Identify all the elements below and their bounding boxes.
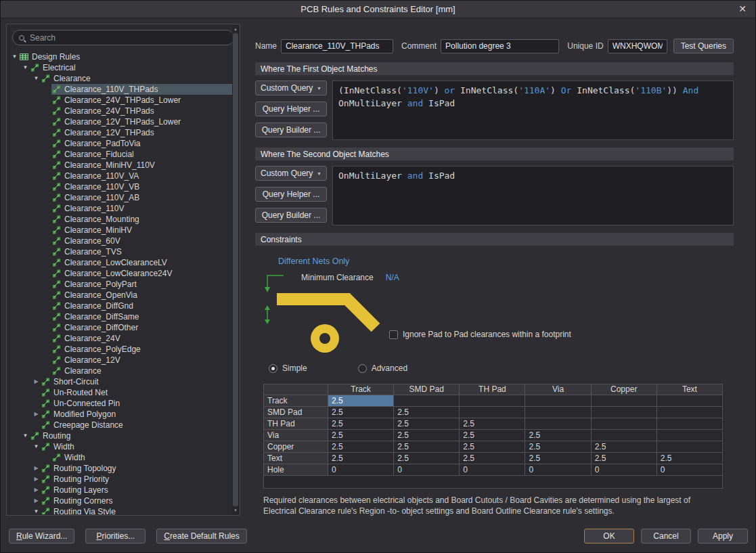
- tree-item-clearance[interactable]: Clearance: [7, 366, 232, 376]
- second-query-builder-button[interactable]: Query Builder ...: [255, 208, 327, 223]
- first-query-helper-button[interactable]: Query Helper ...: [255, 102, 327, 116]
- expand-arrow-icon[interactable]: ▶: [32, 474, 41, 485]
- tree-item-width[interactable]: Width: [7, 452, 232, 463]
- matrix-cell[interactable]: [591, 430, 657, 441]
- tree-item-routing-layers[interactable]: ▶Routing Layers: [7, 485, 232, 495]
- matrix-cell[interactable]: 0: [525, 464, 591, 476]
- tree-item-clearance-diffsame[interactable]: Clearance_DiffSame: [7, 311, 232, 322]
- tree-item-clearance-tvs[interactable]: Clearance_TVS: [7, 246, 232, 257]
- expand-arrow-icon[interactable]: ▶: [32, 376, 41, 387]
- matrix-cell[interactable]: [525, 395, 591, 407]
- tree-item-clearance-110v-thpads[interactable]: Clearance_110V_THPads: [7, 84, 232, 95]
- collapse-arrow-icon[interactable]: ▼: [32, 506, 41, 514]
- tree-item-clearance-openvia[interactable]: Clearance_OpenVia: [7, 290, 232, 301]
- matrix-cell[interactable]: 0: [460, 464, 525, 476]
- search-box[interactable]: [12, 30, 234, 45]
- tree-item-clearance-polypart[interactable]: Clearance_PolyPart: [7, 279, 232, 290]
- matrix-cell[interactable]: 2.5: [657, 453, 722, 464]
- expand-arrow-icon[interactable]: ▶: [32, 463, 41, 474]
- matrix-cell[interactable]: [591, 407, 657, 418]
- matrix-cell[interactable]: 2.5: [394, 407, 460, 418]
- matrix-cell[interactable]: [657, 418, 722, 430]
- tree-item-clearance-110v[interactable]: Clearance_110V: [7, 203, 232, 214]
- tree-item-clearance-lowclearancelv[interactable]: Clearance_LowClearanceLV: [7, 257, 232, 268]
- first-query-text[interactable]: (InNetClass('110V') or InNetClass('110A'…: [332, 81, 734, 140]
- tree-item-clearance-110v-va[interactable]: Clearance_110V_VA: [7, 171, 232, 181]
- matrix-cell[interactable]: [525, 407, 591, 418]
- create-default-rules-button[interactable]: Create Default Rules: [156, 529, 246, 544]
- tree-item-clearance-12v-thpads[interactable]: Clearance_12V_THPads: [7, 127, 232, 138]
- priorities-button[interactable]: Priorities...: [85, 529, 146, 544]
- matrix-cell[interactable]: [394, 395, 460, 407]
- matrix-cell[interactable]: 2.5: [460, 441, 525, 453]
- matrix-cell[interactable]: 2.5: [525, 430, 591, 441]
- ignore-pad-checkbox-row[interactable]: Ignore Pad to Pad clearances within a fo…: [389, 330, 571, 339]
- tree-item-electrical[interactable]: ▼Electrical: [7, 62, 232, 73]
- tree-item-routing-corners[interactable]: ▶Routing Corners: [7, 495, 232, 506]
- matrix-cell[interactable]: 2.5: [525, 441, 591, 453]
- matrix-cell[interactable]: 2.5: [460, 453, 525, 464]
- tree-item-modified-polygon[interactable]: ▶Modified Polygon: [7, 409, 232, 420]
- search-input[interactable]: [30, 33, 227, 43]
- matrix-cell[interactable]: 2.5: [328, 418, 394, 430]
- tree-item-clearance-diffgnd[interactable]: Clearance_DiffGnd: [7, 301, 232, 311]
- collapse-arrow-icon[interactable]: ▼: [32, 73, 41, 84]
- matrix-cell[interactable]: [657, 430, 722, 441]
- tree-item-routing-via-style[interactable]: ▼Routing Via Style: [7, 506, 232, 514]
- tree-item-clearance-mounting[interactable]: Clearance_Mounting: [7, 214, 232, 225]
- tree-item-clearance-padtovia[interactable]: Clearance_PadToVia: [7, 138, 232, 149]
- matrix-cell[interactable]: 2.5: [394, 453, 460, 464]
- first-query-builder-button[interactable]: Query Builder ...: [255, 123, 327, 137]
- comment-input[interactable]: [441, 39, 559, 53]
- tree-item-un-routed-net[interactable]: Un-Routed Net: [7, 387, 232, 398]
- matrix-cell[interactable]: [657, 441, 722, 453]
- different-nets-only-link[interactable]: Different Nets Only: [278, 257, 349, 266]
- matrix-cell[interactable]: 2.5: [328, 395, 394, 407]
- matrix-cell[interactable]: 0: [328, 464, 394, 476]
- test-queries-button[interactable]: Test Queries: [673, 39, 734, 53]
- ok-button[interactable]: OK: [584, 529, 634, 544]
- tree-item-un-connected-pin[interactable]: Un-Connected Pin: [7, 398, 232, 409]
- tree-item-short-circuit[interactable]: ▶Short-Circuit: [7, 376, 232, 387]
- tree-item-clearance-24v-thpads[interactable]: Clearance_24V_THPads: [7, 106, 232, 116]
- matrix-cell[interactable]: [591, 395, 657, 407]
- collapse-arrow-icon[interactable]: ▼: [21, 62, 30, 73]
- tree-item-clearance-lowclearance24v[interactable]: Clearance_LowClearance24V: [7, 268, 232, 279]
- matrix-cell[interactable]: [591, 418, 657, 430]
- second-query-mode-dropdown[interactable]: Custom Query ▼: [255, 166, 327, 181]
- expand-arrow-icon[interactable]: ▶: [32, 485, 41, 495]
- tree-item-clearance-110v-vb[interactable]: Clearance_110V_VB: [7, 181, 232, 192]
- matrix-cell[interactable]: [460, 407, 525, 418]
- tree-item-clearance-minihv[interactable]: Clearance_MiniHV: [7, 225, 232, 236]
- second-query-text[interactable]: OnMultiLayer and IsPad: [332, 166, 734, 225]
- expand-arrow-icon[interactable]: ▶: [32, 495, 41, 506]
- matrix-cell[interactable]: 2.5: [591, 453, 657, 464]
- tree-item-clearance-minihv-110v[interactable]: Clearance_MiniHV_110V: [7, 160, 232, 171]
- matrix-cell[interactable]: 0: [394, 464, 460, 476]
- matrix-cell[interactable]: 2.5: [328, 430, 394, 441]
- tree-item-creepage-distance[interactable]: Creepage Distance: [7, 420, 232, 430]
- collapse-arrow-icon[interactable]: ▼: [32, 441, 41, 452]
- collapse-arrow-icon[interactable]: ▼: [21, 430, 30, 441]
- rule-wizard-button[interactable]: Rule Wizard...: [9, 529, 74, 544]
- matrix-cell[interactable]: [657, 395, 722, 407]
- tree-item-clearance-24v-thpads-lower[interactable]: Clearance_24V_THPads_Lower: [7, 95, 232, 106]
- tree-item-clearance-60v[interactable]: Clearance_60V: [7, 236, 232, 246]
- tree-item-clearance-polyedge[interactable]: Clearance_PolyEdge: [7, 344, 232, 355]
- apply-button[interactable]: Apply: [698, 529, 748, 544]
- second-query-helper-button[interactable]: Query Helper ...: [255, 187, 327, 202]
- matrix-cell[interactable]: 2.5: [328, 441, 394, 453]
- tree-scrollbar[interactable]: ▲ ▼: [232, 25, 239, 514]
- tree-item-clearance-diffother[interactable]: Clearance_DiffOther: [7, 322, 232, 333]
- matrix-cell[interactable]: 2.5: [525, 453, 591, 464]
- tree-item-design-rules[interactable]: ▼Design Rules: [7, 51, 232, 62]
- simple-radio[interactable]: [269, 364, 277, 373]
- matrix-cell[interactable]: 2.5: [394, 418, 460, 430]
- tree-item-clearance-12v[interactable]: Clearance_12V: [7, 355, 232, 366]
- tree-item-clearance-fiducial[interactable]: Clearance_Fiducial: [7, 149, 232, 160]
- matrix-cell[interactable]: 2.5: [394, 441, 460, 453]
- tree-item-routing[interactable]: ▼Routing: [7, 430, 232, 441]
- expand-arrow-icon[interactable]: ▶: [32, 409, 41, 420]
- collapse-arrow-icon[interactable]: ▼: [10, 51, 19, 62]
- matrix-cell[interactable]: [525, 418, 591, 430]
